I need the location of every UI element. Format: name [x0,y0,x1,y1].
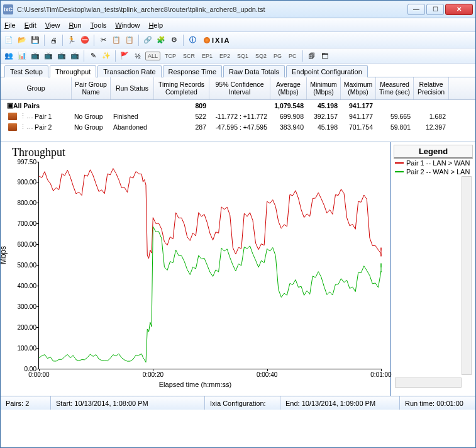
col-measured[interactable]: Measured Time (sec) [376,77,414,99]
col-maximum[interactable]: Maximum (Mbps) [341,77,376,99]
print-icon[interactable]: 🖨 [48,35,59,46]
status-ixia-config: Ixia Configuration: [205,396,280,410]
chart-icon[interactable]: 📊 [16,50,28,62]
ixia-logo: IXIA [204,36,230,44]
menu-help[interactable]: Help [148,21,163,29]
copy-icon[interactable]: 📋 [111,35,122,46]
menubar: File Edit View Run Tools Window Help [1,18,475,32]
x-axis-label: Elapsed time (h:mm:ss) [4,381,386,388]
legend-item-1[interactable]: Pair 1 -- LAN > WAN [394,159,473,167]
menu-window[interactable]: Window [115,21,140,29]
filter-pg[interactable]: PG [271,52,284,60]
save-icon[interactable]: 💾 [30,35,41,46]
filter-tcp[interactable]: TCP [162,52,179,60]
maximize-button[interactable]: ☐ [426,4,444,15]
pair-icon[interactable]: 👥 [3,50,14,62]
col-pair-group[interactable]: Pair Group Name [72,77,111,99]
grid-body: ▣ All Pairs8091,079.54845.198941.177⋮… P… [1,100,475,138]
tab-endpoint-config[interactable]: Endpoint Configuration [286,65,368,77]
chart-lines [39,162,381,369]
status-pairs: Pairs: 2 [1,396,51,410]
magic-icon[interactable]: ✨ [101,50,112,62]
menu-tools[interactable]: Tools [91,21,107,29]
link-icon[interactable]: 🔗 [142,35,153,46]
legend-scrollbar-h[interactable] [395,378,462,388]
tab-test-setup[interactable]: Test Setup [4,65,48,77]
chart-title: Throughput [12,146,386,159]
filter-pc[interactable]: PC [286,52,299,60]
col-precision[interactable]: Relative Precision [414,77,449,99]
plot-area[interactable]: 0.00100.00200.00300.00400.00500.00600.00… [38,162,381,369]
chart-panel: Throughput Mbps 0.00100.00200.00300.0040… [1,142,390,396]
settings-icon[interactable]: ⚙ [169,35,180,46]
filter-scr[interactable]: SCR [180,52,197,60]
menu-file[interactable]: File [4,21,16,29]
legend-title: Legend [394,145,473,159]
status-runtime: Run time: 00:01:00 [400,396,475,410]
filter-ep1[interactable]: EP1 [199,52,215,60]
toolbar-filters: 👥 📊 📺 📺 📺 📺 ✎ ✨ 🚩 ½ ALL TCP SCR EP1 EP2 … [1,48,475,64]
col-minimum[interactable]: Minimum (Mbps) [307,77,341,99]
table-row[interactable]: ▣ All Pairs8091,079.54845.198941.177 [1,100,475,111]
flag1-icon[interactable]: 🚩 [119,50,130,62]
open-icon[interactable]: 📂 [16,35,28,46]
window-icon[interactable]: 🗔 [319,50,331,62]
group-icon[interactable]: 🧩 [155,35,167,46]
info-icon[interactable]: ⓘ [187,35,198,46]
statusbar: Pairs: 2 Start: 10/13/2014, 1:08:00 PM I… [1,396,475,410]
chart-zone: Throughput Mbps 0.00100.00200.00300.0040… [1,142,475,396]
toolbar-main: 📄 📂 💾 🖨 🏃 ⛔ ✂ 📋 📋 🔗 🧩 ⚙ ⓘ IXIA [1,32,475,48]
col-average[interactable]: Average (Mbps) [270,77,307,99]
col-timing[interactable]: Timing Records Completed [154,77,209,99]
new-icon[interactable]: 📄 [3,35,14,46]
legend-panel: Legend Pair 1 -- LAN > WAN Pair 2 -- WAN… [390,142,475,396]
filter-sq1[interactable]: SQ1 [235,52,251,60]
titlebar: IxC C:\Users\Tim\Desktop\wlan_tests\tpli… [1,1,475,18]
menu-run[interactable]: Run [69,21,81,29]
close-button[interactable]: ✕ [445,4,473,15]
cut-icon[interactable]: ✂ [97,35,109,46]
grid-header: Group Pair Group Name Run Status Timing … [1,77,475,100]
filter-all[interactable]: ALL [145,52,160,60]
status-start: Start: 10/13/2014, 1:08:00 PM [51,396,205,410]
window-title: C:\Users\Tim\Desktop\wlan_tests\tplink_a… [17,6,407,13]
tab-transaction-rate[interactable]: Transaction Rate [97,65,161,77]
y-axis-label: Mbps [0,245,8,264]
tab-response-time[interactable]: Response Time [163,65,222,77]
minimize-button[interactable]: — [407,4,425,15]
col-group[interactable]: Group [1,77,72,99]
col-confidence[interactable]: 95% Confidence Interval [209,77,270,99]
table-row[interactable]: ⋮… Pair 1No GroupFinished522-11.772 : +1… [1,111,475,121]
tv-icon[interactable]: 📺 [30,50,41,62]
stop-icon[interactable]: ⛔ [79,35,91,46]
menu-edit[interactable]: Edit [25,21,36,29]
col-run-status[interactable]: Run Status [111,77,154,99]
app-icon: IxC [3,4,13,14]
tv2-icon[interactable]: 📺 [43,50,54,62]
edit-icon[interactable]: ✎ [87,50,99,62]
status-end: End: 10/13/2014, 1:09:00 PM [280,396,400,410]
flag2-icon[interactable]: ½ [132,50,143,62]
run-icon[interactable]: 🏃 [66,35,77,46]
result-tabs: Test Setup Throughput Transaction Rate R… [1,64,475,77]
menu-view[interactable]: View [45,21,60,29]
filter-ep2[interactable]: EP2 [217,52,233,60]
tv4-icon[interactable]: 📺 [69,50,80,62]
table-row[interactable]: ⋮… Pair 2No GroupAbandoned287-47.595 : +… [1,121,475,132]
tab-throughput[interactable]: Throughput [50,65,96,77]
legend-item-2[interactable]: Pair 2 -- WAN > LAN [394,167,473,176]
legend-scrollbar-v[interactable] [462,176,472,375]
tab-raw-data[interactable]: Raw Data Totals [223,65,285,77]
tv3-icon[interactable]: 📺 [56,50,67,62]
paste-icon[interactable]: 📋 [124,35,135,46]
filter-sq2[interactable]: SQ2 [253,52,269,60]
export-icon[interactable]: 🗐 [306,50,318,62]
